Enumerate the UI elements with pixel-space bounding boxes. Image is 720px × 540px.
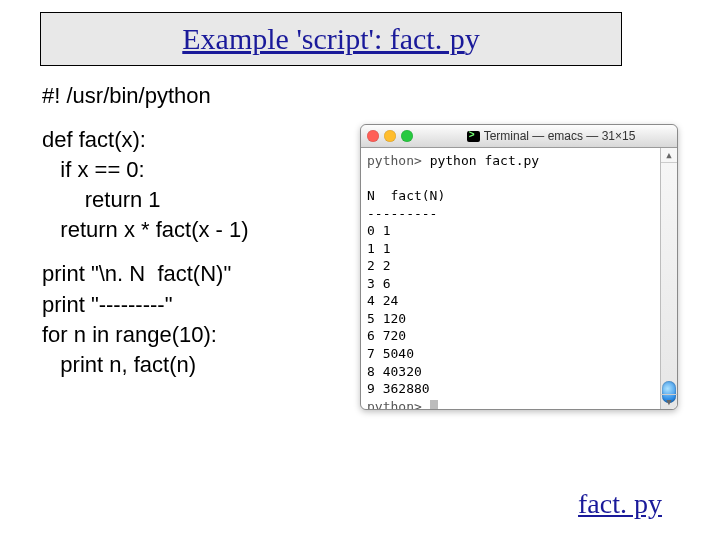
cursor xyxy=(430,400,438,409)
terminal-body: python> python fact.py N fact(N) -------… xyxy=(361,148,677,409)
code-line: print "---------" xyxy=(42,293,249,316)
code-line: if x == 0: xyxy=(42,158,249,181)
code-line: for n in range(10): xyxy=(42,323,249,346)
terminal-title-text: Terminal — emacs — 31×15 xyxy=(484,129,636,143)
code-line: print n, fact(n) xyxy=(42,353,249,376)
close-icon[interactable] xyxy=(367,130,379,142)
code-line: return 1 xyxy=(42,188,249,211)
scroll-up-icon[interactable]: ▲ xyxy=(661,148,677,163)
terminal-title: Terminal — emacs — 31×15 xyxy=(431,129,671,143)
scrollbar[interactable]: ▲ ▼ xyxy=(660,148,677,409)
slide-title: Example 'script': fact. py xyxy=(182,22,479,56)
footer-filename-link[interactable]: fact. py xyxy=(578,488,662,520)
code-line: return x * fact(x - 1) xyxy=(42,218,249,241)
zoom-icon[interactable] xyxy=(401,130,413,142)
title-bar: Example 'script': fact. py xyxy=(40,12,622,66)
scroll-down-icon[interactable]: ▼ xyxy=(661,394,677,409)
code-line: #! /usr/bin/python xyxy=(42,84,249,107)
terminal-window: Terminal — emacs — 31×15 python> python … xyxy=(360,124,678,410)
code-line: print "\n. N fact(N)" xyxy=(42,262,249,285)
terminal-titlebar[interactable]: Terminal — emacs — 31×15 xyxy=(361,125,677,148)
terminal-icon xyxy=(467,131,480,142)
terminal-output[interactable]: python> python fact.py N fact(N) -------… xyxy=(361,148,660,409)
code-listing: #! /usr/bin/python def fact(x): if x == … xyxy=(42,84,249,383)
code-line: def fact(x): xyxy=(42,128,249,151)
minimize-icon[interactable] xyxy=(384,130,396,142)
slide: Example 'script': fact. py #! /usr/bin/p… xyxy=(0,0,720,540)
